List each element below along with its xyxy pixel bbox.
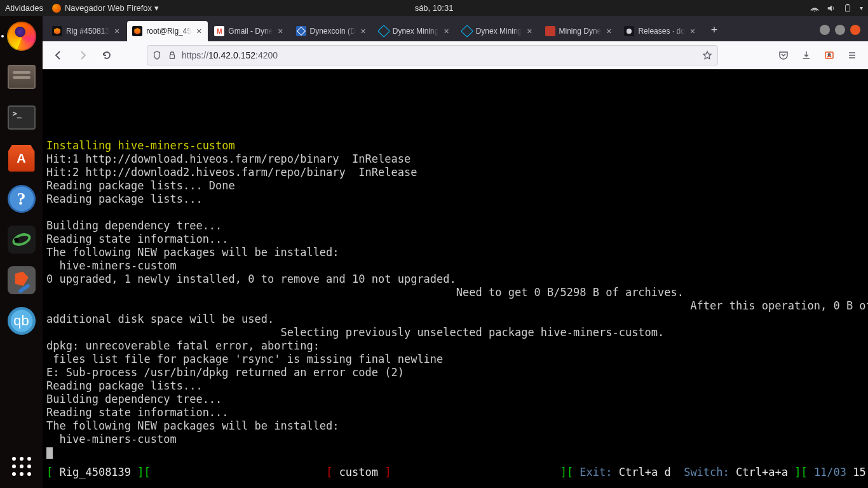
terminal-line: additional disk space will be used.: [46, 313, 274, 325]
github-favicon-icon: [624, 26, 634, 36]
terminal-line: hive-miners-custom: [46, 259, 177, 272]
tab-item[interactable]: Rig #450813 ×: [47, 21, 126, 41]
reload-button[interactable]: [97, 46, 116, 65]
terminal-install-header: Installing hive-miners-custom: [46, 139, 235, 152]
terminal-icon: [8, 105, 36, 130]
terminal-output[interactable]: Installing hive-miners-custom Hit:1 http…: [43, 69, 868, 488]
account-button[interactable]: [820, 46, 839, 65]
dynex-favicon-icon: [379, 26, 389, 36]
tab-title: Gmail - Dyne: [228, 27, 273, 36]
terminal-line: Selecting previously unselected package …: [46, 326, 664, 339]
dynex-favicon-icon: [296, 26, 306, 36]
dock-files[interactable]: [5, 60, 38, 93]
svg-point-5: [829, 54, 831, 56]
tab-item[interactable]: Dynex Mining ×: [374, 21, 456, 41]
tab-close-button[interactable]: ×: [605, 27, 613, 36]
url-bar[interactable]: https://10.42.0.152:4200: [147, 45, 718, 65]
battery-icon: [843, 4, 852, 13]
tab-item[interactable]: Releases · do ×: [619, 21, 702, 41]
terminal-line: The following NEW packages will be insta…: [46, 419, 339, 432]
navigation-toolbar: https://10.42.0.152:4200: [43, 41, 868, 69]
tab-strip: Rig #450813 × root@Rig_45 × M Gmail - Dy…: [43, 16, 868, 41]
sync-icon: [8, 226, 36, 254]
tab-close-button[interactable]: ×: [526, 27, 533, 36]
firefox-icon: [7, 22, 36, 51]
tab-close-button[interactable]: ×: [360, 27, 367, 36]
tab-title: root@Rig_45: [146, 27, 191, 36]
tab-close-button[interactable]: ×: [276, 27, 284, 36]
terminal-line: hive-miners-custom: [46, 433, 177, 445]
terminal-line: Building dependency tree...: [46, 219, 222, 232]
dock-qbittorrent[interactable]: qb: [5, 304, 38, 337]
tab-close-button[interactable]: ×: [442, 27, 450, 36]
maximize-button[interactable]: [835, 25, 845, 35]
software-icon: [8, 145, 35, 172]
dock-software[interactable]: [5, 142, 38, 175]
lock-icon: [168, 51, 177, 60]
tab-item[interactable]: root@Rig_45 ×: [127, 21, 208, 41]
svg-rect-2: [846, 4, 849, 5]
bookmark-star-icon[interactable]: [702, 50, 712, 60]
app-menu-label: Navegador Web Firefox ▾: [65, 3, 159, 13]
svg-rect-1: [846, 4, 850, 11]
terminal-line: Reading package lists... Done: [46, 179, 235, 192]
terminal-line: Need to get 0 B/5298 B of archives.: [46, 286, 684, 299]
tab-title: Rig #450813: [66, 27, 109, 36]
tab-close-button[interactable]: ×: [195, 27, 203, 36]
dock-tweaks[interactable]: [5, 264, 38, 297]
system-tray[interactable]: ▾: [810, 4, 863, 13]
minimize-button[interactable]: [820, 25, 830, 35]
close-button[interactable]: [850, 25, 860, 35]
terminal-cursor: [46, 447, 53, 459]
pool-favicon-icon: [545, 26, 555, 36]
gmail-favicon-icon: M: [214, 26, 224, 36]
shield-icon: [153, 51, 161, 60]
back-button[interactable]: [49, 46, 68, 65]
new-tab-button[interactable]: +: [705, 20, 724, 39]
svg-rect-3: [170, 55, 175, 58]
dynex-favicon-icon: [462, 26, 472, 36]
dock-sync[interactable]: [5, 223, 38, 256]
terminal-line: After this operation, 0 B of: [46, 299, 868, 312]
tmux-status-bar: [ Rig_4508139 ][ [ custom ] ][ Exit: Ctr…: [46, 466, 864, 479]
menu-button[interactable]: [843, 46, 862, 65]
hive-favicon-icon: [52, 26, 62, 36]
app-menu[interactable]: Navegador Web Firefox ▾: [52, 3, 159, 13]
dock-help[interactable]: ?: [5, 182, 38, 215]
files-icon: [8, 65, 36, 89]
terminal-line: Reading state information...: [46, 406, 229, 419]
terminal-line: 0 upgraded, 1 newly installed, 0 to remo…: [46, 273, 456, 285]
terminal-line: Hit:2 http://download2.hiveos.farm/repo/…: [46, 166, 417, 179]
terminal-line: Building dependency tree...: [46, 393, 222, 405]
tab-title: Mining Dyne: [559, 27, 602, 36]
firefox-window: Rig #450813 × root@Rig_45 × M Gmail - Dy…: [43, 16, 868, 488]
tab-title: Dynex Mining: [476, 27, 522, 36]
terminal-line: dpkg: unrecoverable fatal error, abortin…: [46, 339, 320, 352]
chevron-down-icon: ▾: [860, 4, 863, 11]
tab-title: Releases · do: [638, 27, 684, 36]
terminal-line: Reading package lists...: [46, 193, 203, 205]
downloads-button[interactable]: [797, 46, 816, 65]
ubuntu-dock: ? qb: [0, 16, 43, 488]
tweaks-icon: [8, 266, 36, 294]
terminal-line: Hit:1 http://download.hiveos.farm/repo/b…: [46, 152, 410, 165]
tab-item[interactable]: Dynexcoin (D ×: [291, 21, 372, 41]
show-applications-button[interactable]: [5, 450, 38, 483]
clock[interactable]: sáb, 10:31: [415, 3, 454, 13]
firefox-icon: [52, 4, 61, 13]
terminal-line: Reading package lists...: [46, 379, 203, 392]
network-icon: [810, 4, 819, 13]
tab-close-button[interactable]: ×: [113, 27, 121, 36]
forward-button[interactable]: [73, 46, 92, 65]
tab-item[interactable]: Dynex Mining ×: [457, 21, 539, 41]
terminal-line: The following NEW packages will be insta…: [46, 246, 339, 259]
pocket-button[interactable]: [774, 46, 793, 65]
terminal-line: files list file for package 'rsync' is m…: [46, 353, 443, 365]
tab-item[interactable]: M Gmail - Dyne ×: [209, 21, 289, 41]
dock-terminal[interactable]: [5, 101, 38, 134]
dock-firefox[interactable]: [5, 20, 38, 53]
tab-close-button[interactable]: ×: [689, 27, 696, 36]
qbittorrent-icon: qb: [8, 307, 36, 335]
tab-item[interactable]: Mining Dyne ×: [540, 21, 618, 41]
activities-button[interactable]: Atividades: [5, 3, 43, 13]
